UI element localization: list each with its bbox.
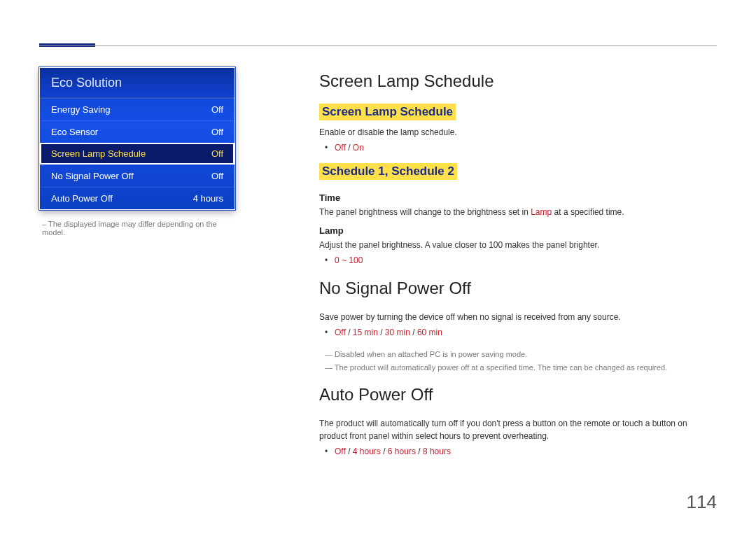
- eco-solution-panel: Eco Solution Energy SavingOffEco SensorO…: [39, 67, 235, 210]
- lamp-label: Lamp: [319, 225, 717, 236]
- lamp-desc: Adjust the panel brightness. A value clo…: [319, 239, 717, 251]
- header-rule: [39, 45, 717, 46]
- panel-row-value: Off: [211, 171, 223, 181]
- panel-row[interactable]: Energy SavingOff: [40, 98, 234, 120]
- panel-title: Eco Solution: [40, 68, 234, 98]
- panel-row-value: Off: [211, 148, 223, 159]
- nspo-options: Off / 15 min / 30 min / 60 min: [335, 326, 717, 339]
- time-label: Time: [319, 192, 717, 203]
- sls-desc: Enable or disable the lamp schedule.: [319, 126, 717, 139]
- panel-row-label: Auto Power Off: [51, 193, 113, 204]
- subheading-screen-lamp-schedule: Screen Lamp Schedule: [319, 104, 456, 120]
- nspo-desc: Save power by turning the device off whe…: [319, 311, 717, 323]
- nspo-note-2: The product will automatically power off…: [325, 362, 717, 374]
- heading-screen-lamp-schedule: Screen Lamp Schedule: [319, 71, 717, 91]
- panel-row[interactable]: Eco SensorOff: [40, 120, 234, 143]
- subheading-schedule-1-2: Schedule 1, Schedule 2: [319, 163, 457, 180]
- lamp-range: 0 ~ 100: [335, 254, 717, 267]
- apo-desc: The product will automatically turn off …: [319, 417, 717, 442]
- nspo-note-1: Disabled when an attached PC is in power…: [325, 349, 717, 360]
- time-desc: The panel brightness will change to the …: [319, 206, 717, 218]
- sls-options: Off / On: [335, 141, 717, 155]
- apo-options: Off / 4 hours / 6 hours / 8 hours: [335, 445, 717, 458]
- panel-row-label: Screen Lamp Schedule: [51, 148, 146, 159]
- panel-row-label: No Signal Power Off: [51, 171, 134, 181]
- heading-auto-power-off: Auto Power Off: [319, 385, 717, 405]
- panel-row[interactable]: Auto Power Off4 hours: [40, 187, 234, 209]
- panel-row[interactable]: Screen Lamp ScheduleOff: [40, 143, 234, 164]
- page-number: 114: [687, 491, 717, 513]
- panel-row-label: Eco Sensor: [51, 127, 98, 137]
- panel-row[interactable]: No Signal Power OffOff: [40, 164, 234, 187]
- image-disclaimer: The displayed image may differ depending…: [39, 220, 235, 237]
- panel-row-value: Off: [211, 104, 223, 115]
- content-column: Screen Lamp Schedule Screen Lamp Schedul…: [319, 67, 717, 467]
- heading-no-signal-power-off: No Signal Power Off: [319, 279, 717, 298]
- panel-row-label: Energy Saving: [51, 104, 111, 115]
- panel-row-value: Off: [211, 127, 223, 137]
- panel-row-value: 4 hours: [193, 193, 223, 204]
